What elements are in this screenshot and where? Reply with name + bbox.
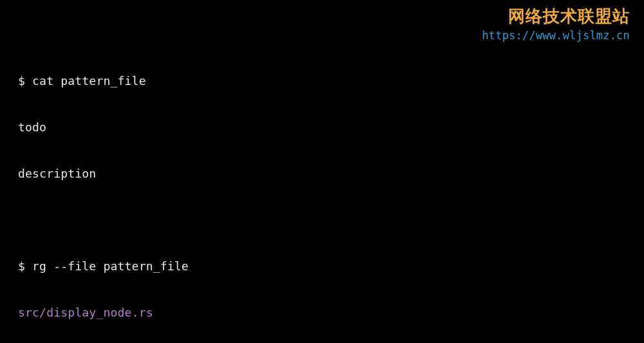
line-cmd2: $ rg --file pattern_file [18, 259, 626, 274]
cat-output-1: todo [18, 120, 626, 135]
blank-line [18, 212, 626, 228]
line-cmd1: $ cat pattern_file [18, 73, 626, 89]
cmd1: cat pattern_file [32, 74, 146, 88]
prompt: $ [18, 259, 32, 273]
file-header-1: src/display_node.rs [18, 305, 626, 320]
watermark-title: 网络技术联盟站 [482, 6, 630, 26]
watermark-url: https://www.wljslmz.cn [482, 29, 630, 42]
cmd2: rg --file pattern_file [32, 259, 189, 273]
terminal[interactable]: 网络技术联盟站 https://www.wljslmz.cn $ cat pat… [0, 0, 644, 343]
prompt: $ [18, 74, 32, 88]
watermark: 网络技术联盟站 https://www.wljslmz.cn [482, 6, 630, 42]
cat-output-2: description [18, 166, 626, 181]
